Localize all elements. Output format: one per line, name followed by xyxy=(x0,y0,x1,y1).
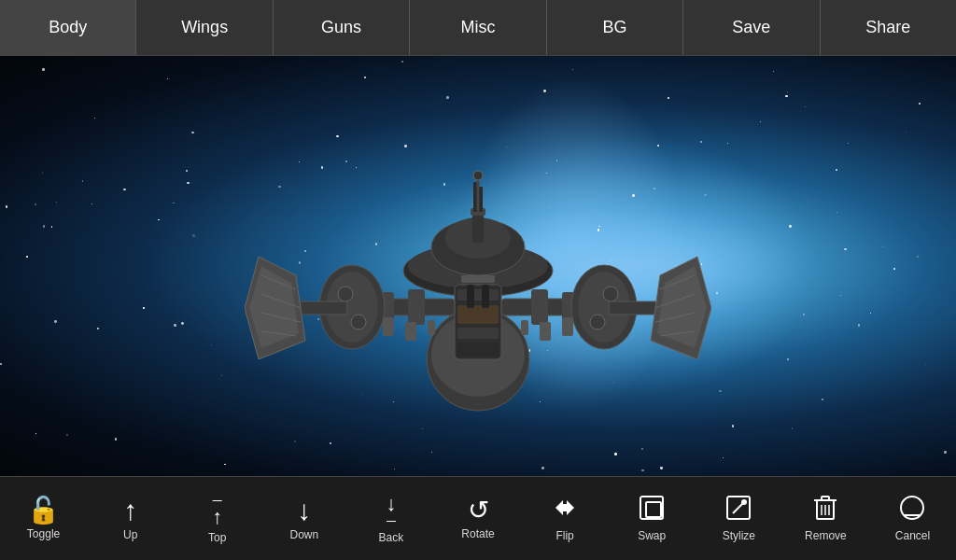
flip-label: Flip xyxy=(555,529,573,542)
up-label: Up xyxy=(123,528,137,541)
svg-point-58 xyxy=(741,499,747,505)
swap-label: Swap xyxy=(638,529,666,542)
flip-button[interactable]: Flip xyxy=(522,477,609,560)
svg-point-21 xyxy=(351,315,366,329)
svg-rect-31 xyxy=(428,320,435,335)
swap-button[interactable]: Swap xyxy=(609,477,696,560)
nav-misc[interactable]: Misc xyxy=(410,0,546,55)
svg-point-20 xyxy=(338,287,353,301)
top-label: Top xyxy=(208,531,226,544)
up-button[interactable]: ↑ Up xyxy=(87,477,174,560)
rotate-button[interactable]: ↺ Rotate xyxy=(434,477,521,560)
svg-rect-13 xyxy=(473,182,477,212)
cancel-button[interactable]: Cancel xyxy=(869,477,956,560)
stylize-label: Stylize xyxy=(723,529,755,542)
svg-rect-46 xyxy=(562,317,573,336)
back-button[interactable]: ↓ ─ Back xyxy=(347,477,434,560)
remove-button[interactable]: Remove xyxy=(782,477,869,560)
rotate-icon: ↺ xyxy=(468,497,489,524)
spaceship-viewport xyxy=(245,89,711,443)
toggle-button[interactable]: 🔓 Toggle xyxy=(0,477,87,560)
nav-body[interactable]: Body xyxy=(0,0,136,55)
cancel-icon xyxy=(899,495,925,525)
main-viewport[interactable] xyxy=(0,56,956,476)
nav-wings[interactable]: Wings xyxy=(136,0,273,55)
swap-icon xyxy=(639,495,665,525)
svg-rect-61 xyxy=(822,497,829,500)
svg-rect-7 xyxy=(457,289,499,301)
nav-save[interactable]: Save xyxy=(683,0,820,55)
svg-rect-17 xyxy=(408,289,425,325)
top-button[interactable]: ─ ↑ Top xyxy=(174,477,260,560)
svg-rect-55 xyxy=(646,502,661,517)
flip-icon xyxy=(552,495,578,525)
svg-rect-14 xyxy=(479,187,483,212)
svg-rect-9 xyxy=(457,328,499,339)
rotate-label: Rotate xyxy=(461,527,494,540)
up-icon: ↑ xyxy=(123,497,137,525)
back-label: Back xyxy=(379,531,404,544)
back-icon: ↓ ─ xyxy=(386,494,396,527)
stylize-button[interactable]: Stylize xyxy=(696,477,782,560)
svg-rect-49 xyxy=(467,285,474,308)
remove-icon xyxy=(813,495,837,525)
down-button[interactable]: ↓ Down xyxy=(260,477,347,560)
toggle-icon: 🔓 xyxy=(27,497,60,524)
top-navigation: Body Wings Guns Misc BG Save Share xyxy=(0,0,956,56)
svg-rect-54 xyxy=(640,497,663,519)
cancel-label: Cancel xyxy=(895,529,930,542)
stylize-icon xyxy=(725,495,752,525)
svg-rect-48 xyxy=(521,320,528,335)
nav-guns[interactable]: Guns xyxy=(274,0,410,55)
svg-point-37 xyxy=(603,287,618,301)
top-icon: ─ ↑ xyxy=(212,494,222,527)
svg-rect-34 xyxy=(531,289,548,325)
svg-rect-8 xyxy=(457,305,499,324)
down-icon: ↓ xyxy=(297,497,311,525)
nav-share[interactable]: Share xyxy=(821,0,956,55)
svg-rect-29 xyxy=(383,317,394,336)
svg-rect-50 xyxy=(482,285,489,308)
svg-point-38 xyxy=(590,315,605,329)
svg-rect-47 xyxy=(540,322,551,341)
bottom-toolbar: 🔓 Toggle ↑ Up ─ ↑ Top ↓ Down ↓ ─ Back ↺ … xyxy=(0,476,956,560)
nav-bg[interactable]: BG xyxy=(547,0,683,55)
down-label: Down xyxy=(289,528,318,541)
svg-point-53 xyxy=(473,171,483,180)
toggle-label: Toggle xyxy=(27,527,60,540)
remove-label: Remove xyxy=(805,529,847,542)
svg-rect-51 xyxy=(461,275,495,283)
svg-rect-10 xyxy=(457,343,499,357)
svg-rect-30 xyxy=(405,322,416,341)
